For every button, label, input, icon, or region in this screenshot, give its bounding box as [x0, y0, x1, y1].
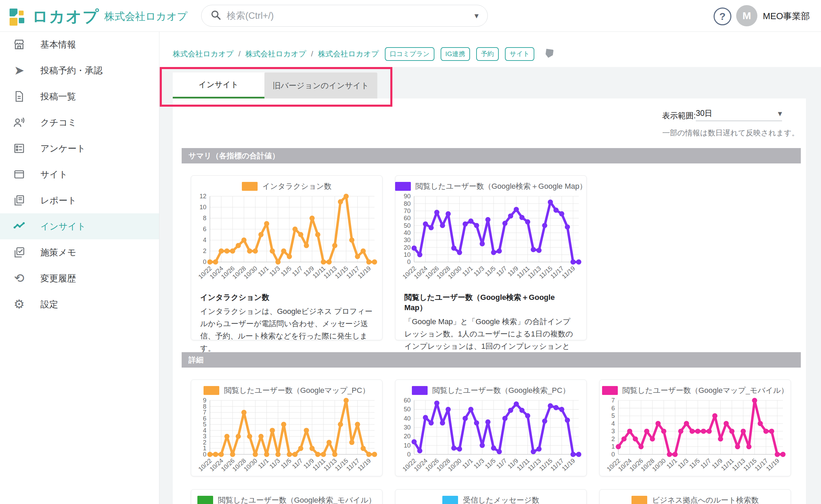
sidebar-item-label: サイト [40, 169, 68, 181]
sidebar-item-reviews[interactable]: クチコミ [0, 109, 159, 135]
svg-text:11/3: 11/3 [677, 457, 690, 470]
report-icon [12, 193, 27, 208]
svg-text:2: 2 [203, 439, 206, 446]
company-name: 株式会社ロカオプ [104, 10, 187, 24]
sidebar-item-site[interactable]: サイト [0, 161, 159, 187]
sidebar-item-history[interactable]: ⟲ 変更履歴 [0, 265, 159, 291]
svg-text:8: 8 [203, 215, 206, 222]
svg-text:40: 40 [404, 415, 410, 422]
svg-text:11/5: 11/5 [279, 265, 293, 278]
breadcrumb: 株式会社ロカオプ / 株式会社ロカオプ / 株式会社ロカオプ 口コミプラン IG… [173, 47, 555, 61]
search-caret-down-icon[interactable]: ▾ [474, 11, 479, 21]
svg-text:80: 80 [404, 200, 410, 207]
svg-text:11/3: 11/3 [268, 457, 282, 470]
search-pc-card: 閲覧したユーザー数（Google検索_PC） 010203040506010/2… [395, 380, 587, 476]
svg-text:10: 10 [404, 442, 410, 449]
display-range-control: 表示範囲: 30日 ▾ [662, 108, 782, 121]
sidebar-item-survey[interactable]: アンケート [0, 135, 159, 161]
svg-text:11/3: 11/3 [472, 457, 486, 470]
svg-text:11/3: 11/3 [472, 265, 486, 278]
svg-text:2: 2 [203, 248, 206, 254]
svg-text:11/7: 11/7 [495, 457, 508, 470]
svg-text:20: 20 [404, 433, 410, 440]
sidebar-item-basic-info[interactable]: 基本情報 [0, 31, 159, 57]
svg-text:1: 1 [203, 445, 206, 452]
legend-label: インタラクション数 [262, 181, 331, 191]
summary-cards-row: インタラクション数 02468101210/2210/2410/2610/281… [191, 175, 587, 340]
sidebar-item-settings[interactable]: ⚙ 設定 [0, 291, 159, 317]
legend-label: 閲覧したユーザー数（Google検索_PC） [432, 385, 570, 396]
legend-label: 閲覧したユーザー数（Google検索＋Google Map） [416, 181, 587, 191]
description-body: インタラクションは、Googleビジネス プロフィールからユーザーが電話問い合わ… [200, 305, 373, 355]
svg-text:11/5: 11/5 [484, 265, 497, 278]
svg-text:10/30: 10/30 [243, 265, 259, 280]
sidebar-item-report[interactable]: レポート [0, 187, 159, 213]
svg-text:11/1: 11/1 [461, 457, 474, 470]
top-bar: ロカオプ 株式会社ロカオプ 検索(Ctrl+/) ▾ ? M MEO事業部 [0, 0, 821, 32]
legend-swatch-green [197, 496, 213, 504]
document-icon [12, 89, 27, 104]
description-title: 閲覧したユーザー数（Google検索＋Google Map） [404, 292, 577, 313]
svg-text:11/7: 11/7 [291, 457, 304, 470]
sidebar-item-post-list[interactable]: 投稿一覧 [0, 83, 159, 109]
user-name: MEO事業部 [763, 10, 810, 22]
legend-label: 閲覧したユーザー数（Googleマップ_PC） [224, 385, 369, 396]
svg-text:10/30: 10/30 [447, 457, 463, 473]
search-placeholder: 検索(Ctrl+/) [227, 10, 474, 22]
chart-legend: 閲覧したユーザー数（Google検索＋Google Map） [395, 179, 586, 194]
svg-text:10/30: 10/30 [447, 265, 463, 280]
sidebar-item-label: インサイト [40, 221, 86, 233]
svg-text:60: 60 [404, 398, 410, 404]
breadcrumb-link[interactable]: 株式会社ロカオプ [245, 49, 306, 59]
breadcrumb-separator: / [311, 50, 313, 58]
insight-icon [12, 219, 27, 234]
svg-text:7: 7 [611, 398, 615, 404]
svg-text:0: 0 [611, 451, 615, 458]
sidebar-item-memo[interactable]: 施策メモ [0, 239, 159, 265]
sidebar-item-insight[interactable]: インサイト [0, 213, 159, 239]
logo-text: ロカオプ [32, 6, 99, 27]
svg-text:5: 5 [203, 421, 206, 428]
chart-legend: 閲覧したユーザー数（Google検索_モバイル） [191, 493, 382, 504]
help-icon[interactable]: ? [714, 8, 731, 25]
svg-text:11/1: 11/1 [257, 457, 270, 470]
svg-text:3: 3 [611, 428, 615, 435]
svg-text:6: 6 [611, 405, 615, 412]
map-mobile-chart: 0123456710/2210/2410/2610/2810/3011/111/… [602, 398, 788, 481]
breadcrumb-link[interactable]: 株式会社ロカオプ [318, 49, 379, 59]
svg-text:20: 20 [404, 244, 410, 251]
tab-old-insight[interactable]: 旧バージョンのインサイト [264, 72, 377, 98]
chart-legend: 閲覧したユーザー数（Googleマップ_PC） [191, 383, 382, 398]
breadcrumb-link[interactable]: 株式会社ロカオプ [173, 49, 234, 59]
site-badge: サイト [505, 47, 534, 61]
svg-text:0: 0 [407, 451, 410, 458]
svg-text:10/30: 10/30 [243, 457, 259, 473]
svg-text:11/19: 11/19 [356, 457, 372, 472]
content-panel: 表示範囲: 30日 ▾ 一部の情報は数日遅れて反映されます。 サマリ（各指標の合… [173, 98, 806, 504]
chart-legend: 受信したメッセージ数 [395, 493, 586, 504]
plan-badge: 口コミプラン [385, 47, 434, 61]
storefront-icon [12, 37, 27, 52]
memo-icon [12, 245, 27, 260]
svg-text:4: 4 [203, 427, 206, 434]
svg-text:11/5: 11/5 [484, 457, 497, 470]
svg-text:11/5: 11/5 [688, 457, 701, 470]
svg-text:0: 0 [203, 258, 206, 265]
svg-text:11/7: 11/7 [291, 265, 304, 278]
legend-label: 閲覧したユーザー数（Google検索_モバイル） [218, 495, 376, 504]
svg-text:0: 0 [407, 258, 410, 265]
messages-card: 受信したメッセージ数 [395, 489, 587, 504]
search-input[interactable]: 検索(Ctrl+/) ▾ [201, 5, 488, 27]
sidebar-item-post-schedule[interactable]: ➤ 投稿予約・承認 [0, 57, 159, 83]
reservation-badge: 予約 [476, 47, 499, 61]
display-range-label: 表示範囲: [662, 110, 696, 121]
avatar[interactable]: M [736, 5, 757, 26]
display-range-select[interactable]: 30日 ▾ [696, 108, 782, 121]
tab-insight[interactable]: インサイト [173, 72, 264, 98]
svg-text:11/19: 11/19 [561, 457, 576, 472]
legend-swatch-purple [395, 182, 411, 191]
insight-tabs: インサイト 旧バージョンのインサイト [173, 72, 377, 98]
logo[interactable]: ロカオプ [10, 6, 99, 27]
svg-text:4: 4 [203, 237, 206, 243]
delay-note: 一部の情報は数日遅れて反映されます。 [662, 128, 799, 138]
